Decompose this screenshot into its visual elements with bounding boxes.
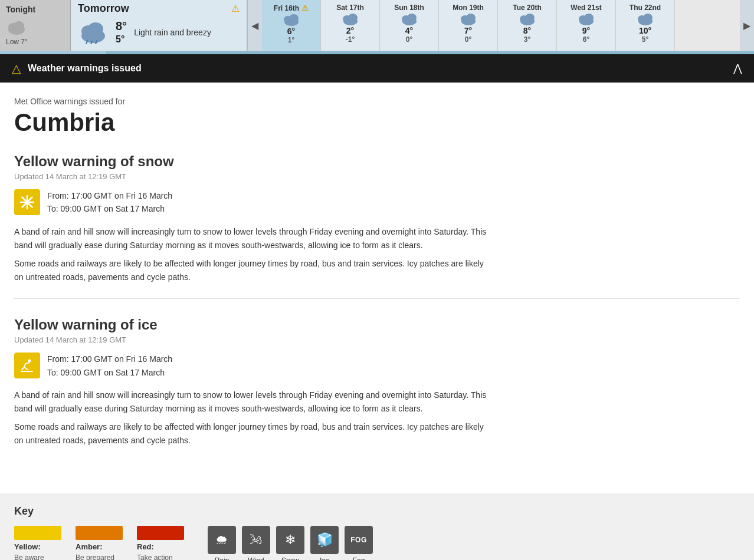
svg-point-17 [407,14,417,22]
svg-point-14 [348,14,358,22]
key-icon-item-wind: 🌬Wind [242,526,270,560]
forecast-temp-high-5: 9° [582,26,590,35]
svg-point-29 [643,14,653,22]
key-row: Yellow:Be awareAmber:Be preparedRed:Take… [14,526,740,560]
forecast-day-4: Tue 20th8°3° [498,0,557,51]
forecast-temp-high-3: 7° [464,26,472,35]
forecast-cloud-icon-5 [577,12,596,26]
key-color-sub-2: Take action [137,554,173,560]
key-icon-label-snow: Snow [281,556,299,560]
warning-card-snow: Yellow warning of snow Updated 14 March … [14,153,740,299]
svg-point-5 [88,22,103,35]
warning-snow-desc-p2: Some roads and railways are likely to be… [14,257,492,284]
svg-point-26 [584,14,594,22]
key-color-group-1: Amber:Be prepared [76,526,123,560]
forecast-temp-low-3: 0° [465,35,471,44]
tomorrow-title: Tomorrow [78,2,129,15]
warning-ice-time-block: From: 17:00 GMT on Fri 16 March To: 09:0… [14,353,740,379]
svg-line-36 [25,363,29,364]
key-icon-label-fog: Fog [353,556,365,560]
warning-snow-desc-p1: A band of rain and hill snow will increa… [14,225,492,252]
tonight-label: Tonight [6,5,64,14]
warning-ice-title: Yellow warning of ice [14,317,740,333]
warning-triangle-icon: △ [12,61,21,75]
snowflake-icon [19,195,35,210]
tomorrow-cloud-icon [78,18,109,44]
warning-banner-title: Weather warnings issued [28,63,142,74]
scroll-left-arrow[interactable]: ◀ [248,0,262,51]
forecast-cloud-icon-4 [518,12,537,26]
warning-ice-from: From: 17:00 GMT on Fri 16 March [47,353,172,365]
svg-point-23 [525,14,535,22]
tomorrow-warning-icon: ⚠ [231,3,240,14]
warning-snow-time-block: From: 17:00 GMT on Fri 16 March To: 09:0… [14,189,740,216]
warning-ice-desc-p1: A band of rain and hill snow will increa… [14,388,492,416]
forecast-temp-high-1: 2° [346,26,354,35]
forecast-temp-low-0: 1° [288,36,294,44]
warning-snow-title: Yellow warning of snow [14,153,740,170]
key-icon-label-ice: Ice [320,556,329,560]
forecast-day-0: Fri 16th⚠6°1° [262,0,321,51]
forecast-day-label-2: Sun 18th [394,4,424,12]
forecast-temps-6: 10°5° [639,26,651,44]
key-icon-box-wind: 🌬 [242,526,270,554]
key-color-label-0: Yellow: [14,542,41,551]
forecast-day-1: Sat 17th2°-1° [321,0,380,51]
forecast-temp-high-0: 6° [287,27,295,36]
svg-point-2 [14,21,24,31]
warning-ice-description: A band of rain and hill snow will increa… [14,388,492,447]
forecast-day-2: Sun 18th4°0° [380,0,439,51]
tomorrow-temp-high: 8° [116,19,127,33]
warning-snow-updated: Updated 14 March at 12:19 GMT [14,172,740,181]
tomorrow-card: Tomorrow ⚠ 8° 5° Light rain and breezy [71,0,248,51]
forecast-day-label-4: Tue 20th [513,4,541,12]
key-icon-box-snow: ❄ [276,526,304,554]
region-name: Cumbria [14,108,740,137]
key-color-bar-1 [76,526,123,540]
forecast-temp-low-1: -1° [346,35,355,44]
key-color-bar-0 [14,526,61,540]
key-color-label-1: Amber: [76,542,103,551]
forecast-cloud-icon-3 [459,12,478,26]
cloud-icon [6,19,27,35]
forecast-day-label-6: Thu 22nd [630,4,661,12]
warning-snow-time-text: From: 17:00 GMT on Fri 16 March To: 09:0… [47,189,172,216]
forecast-temps-2: 4°0° [405,26,413,44]
svg-point-20 [466,14,476,22]
warning-ice-desc-p2: Some roads and railways are likely to be… [14,420,492,447]
tomorrow-temp-low: 5° [116,34,127,45]
svg-point-11 [289,14,299,22]
forecast-cloud-icon-0 [282,12,301,27]
warnings-list: Yellow warning of snow Updated 14 March … [14,153,740,462]
key-color-bar-2 [137,526,184,540]
forecast-temp-high-4: 8° [523,26,531,35]
warning-ice-updated: Updated 14 March at 12:19 GMT [14,335,740,344]
forecast-temp-high-6: 10° [639,26,651,35]
key-icon-label-wind: Wind [248,556,264,560]
key-icons: 🌧Rain🌬Wind❄Snow🧊IceFOGFog [208,526,373,560]
key-section: Key Yellow:Be awareAmber:Be preparedRed:… [0,493,754,560]
forecast-days: Fri 16th⚠6°1°Sat 17th2°-1°Sun 18th4°0°Mo… [262,0,740,51]
forecast-day-5: Wed 21st9°6° [557,0,616,51]
forecast-temp-low-6: 5° [642,35,648,44]
forecast-temps-5: 9°6° [582,26,590,44]
collapse-chevron-icon[interactable]: ⋀ [733,62,742,75]
svg-line-39 [22,367,24,370]
warning-card-ice: Yellow warning of ice Updated 14 March a… [14,317,740,462]
forecast-temp-high-2: 4° [405,26,413,35]
warning-ice-time-text: From: 17:00 GMT on Fri 16 March To: 09:0… [47,353,172,379]
forecast-warning-icon-0: ⚠ [301,4,309,12]
scroll-right-arrow[interactable]: ▶ [740,0,754,51]
forecast-cloud-icon-2 [400,12,419,26]
warning-banner: △ Weather warnings issued ⋀ [0,54,754,83]
weather-bar: Tonight Low 7° Tomorrow ⚠ [0,0,754,51]
forecast-strip: ◀ Fri 16th⚠6°1°Sat 17th2°-1°Sun 18th4°0°… [248,0,754,51]
key-color-group-2: Red:Take action [137,526,184,560]
key-color-sub-0: Be aware [14,554,44,560]
forecast-cloud-icon-6 [636,12,655,26]
svg-point-34 [26,201,29,204]
ice-badge-icon [19,358,35,373]
key-icon-item-rain: 🌧Rain [208,526,236,560]
snow-badge [14,189,40,215]
key-icon-box-ice: 🧊 [310,526,339,554]
